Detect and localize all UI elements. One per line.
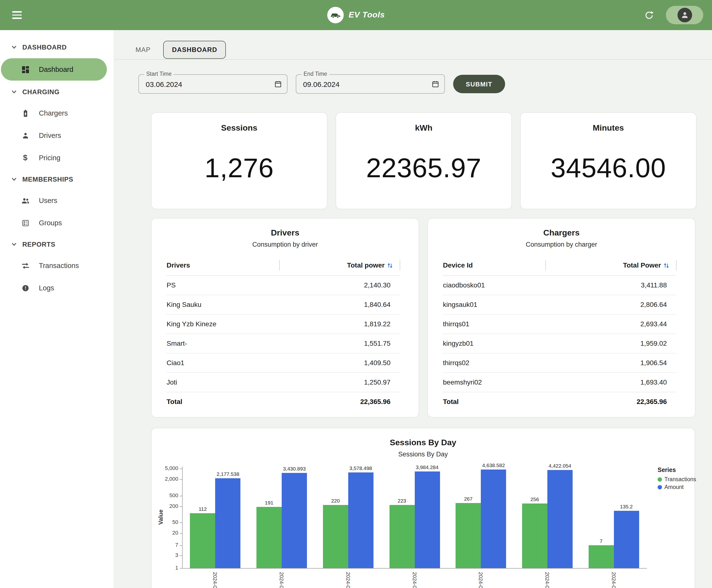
chargers-table-card: Chargers Consumption by charger Device I… bbox=[427, 218, 695, 418]
x-tick-label: 2024-06-06 bbox=[412, 572, 417, 588]
sidebar-item-drivers[interactable]: Drivers bbox=[0, 124, 114, 147]
bar-value-label: 3,430.893 bbox=[274, 466, 315, 472]
row-value: 1,693.40 bbox=[546, 373, 676, 392]
x-axis bbox=[182, 568, 647, 569]
submit-button[interactable]: SUBMIT bbox=[453, 75, 505, 93]
stat-value: 22365.97 bbox=[366, 133, 481, 209]
sidebar-item-label: Groups bbox=[39, 219, 62, 227]
bar-value-label: 3,578.498 bbox=[340, 465, 381, 471]
tab-dashboard[interactable]: DASHBOARD bbox=[163, 41, 226, 59]
row-name: King Yzb Kineze bbox=[166, 314, 280, 334]
bar-value-label: 4,422.054 bbox=[540, 463, 580, 469]
y-tick-label: 5,000 bbox=[154, 465, 178, 471]
calendar-icon[interactable] bbox=[431, 80, 440, 88]
y-tick-label: 7 bbox=[154, 542, 178, 548]
chart-title: Sessions By Day bbox=[151, 438, 694, 448]
legend-item-transactions[interactable]: Transactions bbox=[657, 475, 696, 483]
sidebar-section-reports[interactable]: REPORTS bbox=[0, 234, 114, 254]
tab-map[interactable]: MAP bbox=[127, 41, 159, 59]
row-name: beemshyri02 bbox=[442, 373, 546, 392]
sessions-by-day-card: Sessions By Day Sessions By Day 13720502… bbox=[151, 428, 695, 588]
table-row: Smart-1,551.75 bbox=[166, 334, 400, 353]
x-tick-label: 2024-06-03 bbox=[212, 572, 218, 588]
transactions-bar bbox=[522, 504, 547, 568]
sidebar-item-chargers[interactable]: Chargers bbox=[0, 102, 114, 124]
calendar-icon[interactable] bbox=[274, 80, 282, 88]
sidebar-item-pricing[interactable]: $ Pricing bbox=[0, 147, 114, 169]
transactions-bar bbox=[323, 505, 348, 568]
y-axis bbox=[182, 467, 183, 568]
drivers-table-card: Drivers Consumption by driver Drivers To… bbox=[151, 218, 419, 418]
sidebar-item-groups[interactable]: Groups bbox=[0, 212, 114, 234]
y-tick-label: 500 bbox=[154, 492, 178, 498]
transactions-bar bbox=[456, 503, 481, 568]
amount-bar bbox=[614, 511, 639, 568]
chart-legend: SeriesTransactionsAmount bbox=[657, 467, 696, 491]
table-row: King Sauku1,840.64 bbox=[166, 295, 400, 314]
sort-icon[interactable] bbox=[663, 262, 670, 269]
sidebar-item-dashboard[interactable]: Dashboard bbox=[1, 58, 107, 81]
tab-bar: MAP DASHBOARD bbox=[114, 30, 712, 60]
y-tick-mark bbox=[180, 480, 182, 480]
filter-bar: Start Time End Time SUBMIT bbox=[139, 74, 712, 94]
consumption-tables: Drivers Consumption by driver Drivers To… bbox=[151, 218, 712, 418]
account-button[interactable] bbox=[666, 6, 703, 24]
row-value: 1,250.97 bbox=[280, 373, 400, 392]
bar-value-label: 135.2 bbox=[606, 504, 647, 509]
refresh-button[interactable] bbox=[643, 9, 655, 21]
x-tick-label: 2024-06-07 bbox=[478, 572, 484, 588]
sidebar: DASHBOARD Dashboard CHARGING Chargers bbox=[0, 30, 114, 588]
transactions-bar bbox=[256, 507, 282, 568]
sidebar-item-label: Transactions bbox=[39, 262, 79, 270]
column-header-device-id: Device Id bbox=[442, 255, 546, 275]
end-time-input[interactable] bbox=[296, 75, 444, 93]
charger-icon bbox=[20, 109, 30, 117]
driver-icon bbox=[20, 131, 30, 140]
row-value: 1,959.02 bbox=[546, 334, 676, 353]
legend-label: Amount bbox=[664, 484, 684, 490]
sidebar-item-transactions[interactable]: Transactions bbox=[0, 254, 114, 277]
column-header-total-power: Total power bbox=[280, 255, 400, 275]
bar-value-label: 4,638.582 bbox=[473, 462, 514, 468]
amount-bar bbox=[348, 473, 374, 568]
amount-bar bbox=[481, 469, 506, 568]
sidebar-item-label: Dashboard bbox=[39, 66, 74, 73]
legend-item-amount[interactable]: Amount bbox=[657, 483, 696, 491]
sidebar-section-charging[interactable]: CHARGING bbox=[0, 82, 114, 102]
y-tick-mark bbox=[180, 496, 182, 496]
topbar: EV Tools bbox=[0, 0, 712, 30]
menu-button[interactable] bbox=[9, 7, 25, 23]
bar-value-label: 2,177.538 bbox=[208, 471, 248, 477]
table-subtitle: Consumption by charger bbox=[428, 241, 695, 248]
transactions-bar bbox=[190, 513, 215, 568]
sidebar-section-memberships[interactable]: MEMBERSHIPS bbox=[0, 169, 114, 189]
sidebar-item-label: Users bbox=[39, 197, 57, 205]
end-time-field[interactable]: End Time bbox=[296, 74, 445, 94]
bar-value-label: 3,984.284 bbox=[407, 464, 447, 470]
start-time-input[interactable] bbox=[139, 75, 287, 93]
avatar bbox=[677, 8, 692, 22]
sidebar-item-users[interactable]: Users bbox=[0, 189, 114, 212]
chart-subtitle: Sessions By Day bbox=[151, 450, 694, 458]
sidebar-item-label: Drivers bbox=[39, 131, 61, 139]
row-value: 1,551.75 bbox=[280, 334, 400, 353]
row-value: 1,840.64 bbox=[280, 295, 400, 314]
start-time-field[interactable]: Start Time bbox=[139, 74, 288, 94]
main-content: MAP DASHBOARD Start Time End Time bbox=[114, 30, 712, 588]
row-name: PS bbox=[166, 275, 280, 295]
row-value: 3,411.88 bbox=[546, 275, 676, 295]
table-row: beemshyri021,693.40 bbox=[442, 373, 676, 392]
kwh-card: kWh 22365.97 bbox=[336, 112, 512, 209]
row-name: Joti bbox=[166, 373, 280, 392]
y-tick-label: 1 bbox=[154, 565, 178, 570]
sort-icon[interactable] bbox=[386, 262, 393, 269]
row-name: ciaodbosko01 bbox=[442, 275, 546, 295]
row-name: Ciao1 bbox=[166, 353, 280, 373]
sidebar-item-label: Chargers bbox=[39, 109, 68, 117]
y-tick-mark bbox=[180, 555, 182, 556]
stat-title: Sessions bbox=[221, 123, 257, 133]
sidebar-item-logs[interactable]: Logs bbox=[0, 277, 114, 299]
alert-icon bbox=[20, 284, 30, 292]
end-time-label: End Time bbox=[301, 71, 329, 77]
sidebar-section-dashboard[interactable]: DASHBOARD bbox=[0, 37, 114, 57]
